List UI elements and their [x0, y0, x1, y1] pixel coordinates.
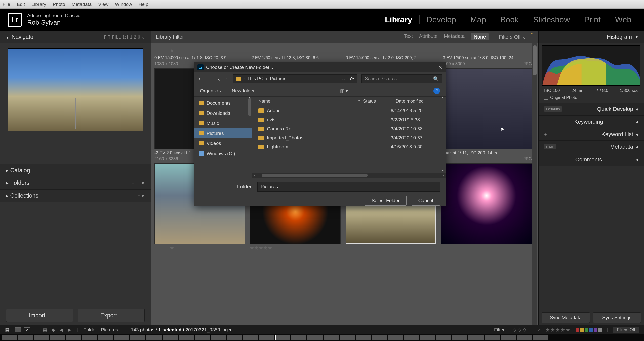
nav-back-icon[interactable]: ← — [198, 76, 203, 82]
grid-view-icon[interactable]: ▦ — [43, 327, 47, 333]
list-item[interactable]: Lightroom4/16/2018 9:30 — [252, 142, 446, 151]
module-develop[interactable]: Develop — [422, 15, 461, 24]
color-label-filter[interactable] — [576, 328, 602, 332]
module-print[interactable]: Print — [579, 15, 606, 24]
menu-photo[interactable]: Photo — [53, 2, 65, 7]
folder-icon — [258, 118, 264, 122]
filters-off-dropdown[interactable]: Filters Off ⌄ — [499, 34, 526, 40]
menu-view[interactable]: View — [98, 2, 108, 7]
list-hscrollbar[interactable]: ‹› — [252, 173, 446, 178]
exif-dropdown[interactable]: EXIF — [544, 144, 556, 149]
folders-panel[interactable]: ▸ Folders − +▾ — [0, 177, 151, 189]
filter-metadata[interactable]: Metadata — [444, 33, 465, 40]
nav-forward-icon[interactable]: → — [208, 76, 213, 82]
folders-add-icon[interactable]: − +▾ — [131, 180, 145, 186]
menu-file[interactable]: File — [3, 2, 10, 7]
dialog-title: Choose or Create New Folder... — [206, 65, 273, 70]
list-item[interactable]: Camera Roll3/4/2020 10:58 — [252, 124, 446, 133]
list-item[interactable]: avis6/2/2019 5:38 — [252, 115, 446, 124]
folder-icon — [258, 136, 264, 140]
tree-pictures[interactable]: Pictures — [194, 128, 252, 138]
keywording-panel[interactable]: Keywording◀ — [539, 115, 644, 128]
menu-library[interactable]: Library — [31, 2, 46, 7]
filter-text[interactable]: Text — [404, 33, 413, 40]
breadcrumb-folder[interactable]: Folder : Pictures — [84, 327, 118, 333]
menu-metadata[interactable]: Metadata — [72, 2, 92, 7]
module-library[interactable]: Library — [380, 15, 417, 24]
navigator-preview[interactable] — [8, 48, 143, 131]
secondary-display-icon[interactable]: ▦ — [5, 327, 10, 333]
thumbnail[interactable] — [441, 68, 532, 149]
list-item[interactable]: Imported_Photos3/4/2020 10:57 — [252, 133, 446, 142]
thumbnail-rating[interactable]: ★ — [170, 47, 532, 53]
organize-menu[interactable]: Organize — [200, 88, 222, 94]
histogram-header[interactable]: Histogram▼ — [539, 31, 644, 43]
defaults-dropdown[interactable]: Defaults — [544, 106, 562, 112]
rating-filter[interactable]: ≥ — [538, 327, 540, 333]
module-slideshow[interactable]: Slideshow — [528, 15, 575, 24]
help-icon[interactable]: ? — [433, 88, 440, 94]
filters-off-chip[interactable]: Filters Off — [613, 327, 639, 333]
histogram-display[interactable] — [542, 45, 640, 86]
address-bar[interactable]: › This PC› Pictures ⌄ ⟳ — [233, 74, 357, 83]
quick-develop-panel[interactable]: Defaults Quick Develop◀ — [539, 103, 644, 115]
lock-icon[interactable] — [530, 35, 533, 39]
window-2-button[interactable]: 2 — [24, 327, 30, 332]
thumbnail[interactable] — [441, 163, 532, 244]
search-icon[interactable]: 🔍 — [433, 76, 439, 82]
tree-music[interactable]: Music — [194, 118, 252, 128]
metadata-panel[interactable]: EXIFMetadata◀ — [539, 140, 644, 153]
collections-panel[interactable]: ▸ Collections +▾ — [0, 189, 151, 202]
menu-help[interactable]: Help — [139, 2, 148, 7]
navigator-header[interactable]: ▼Navigator FIT FILL 1:1 1:2.6 ⌄ — [0, 31, 151, 43]
navigator-zoom-levels[interactable]: FIT FILL 1:1 1:2.6 ⌄ — [104, 35, 145, 40]
menu-edit[interactable]: Edit — [17, 2, 25, 7]
nav-recent-icon[interactable]: ⌄ — [217, 76, 221, 82]
collections-add-icon[interactable]: +▾ — [138, 193, 145, 199]
filmstrip[interactable] — [0, 334, 644, 341]
import-button[interactable]: Import... — [6, 309, 73, 322]
folder-icon — [258, 108, 264, 113]
tree-scrollbar[interactable]: ⌃⌄ — [248, 97, 252, 178]
flag-filter-icons[interactable]: ◇ ◇ ◇ — [512, 327, 527, 333]
list-item[interactable]: Adobe6/14/2018 5:20 — [252, 106, 446, 115]
folder-name-input[interactable] — [257, 182, 440, 192]
keyword-list-panel[interactable]: +Keyword List◀ — [539, 128, 644, 140]
star-filter[interactable]: ★★★★★ — [545, 327, 571, 333]
search-input[interactable]: Search Pictures 🔍 — [361, 74, 442, 83]
view-options-icon[interactable]: ▥ ▾ — [340, 88, 348, 94]
prev-icon[interactable]: ◀ — [60, 327, 63, 333]
menu-window[interactable]: Window — [115, 2, 132, 7]
cancel-button[interactable]: Cancel — [412, 196, 440, 206]
module-web[interactable]: Web — [610, 15, 636, 24]
filter-attribute[interactable]: Attribute — [419, 33, 437, 40]
export-button[interactable]: Export... — [78, 309, 145, 322]
comments-panel[interactable]: Comments◀ — [539, 153, 644, 166]
sync-settings-button[interactable]: Sync Settings — [593, 312, 641, 323]
sort-direction-icon[interactable]: ◆ — [52, 327, 55, 333]
tree-documents[interactable]: Documents — [194, 98, 252, 108]
sync-metadata-button[interactable]: Sync Metadata — [542, 312, 590, 323]
module-book[interactable]: Book — [495, 15, 524, 24]
original-photo-checkbox[interactable]: Original Photo — [539, 94, 644, 103]
tree-downloads[interactable]: Downloads — [194, 108, 252, 118]
nav-up-icon[interactable]: ↑ — [226, 76, 228, 82]
folder-icon — [236, 77, 241, 81]
grid-scrollbar[interactable] — [532, 43, 537, 325]
window-1-button[interactable]: 1 — [15, 327, 21, 332]
thumbnail-rating[interactable]: ★★★★★ — [250, 245, 272, 251]
add-keyword-icon[interactable]: + — [544, 131, 547, 138]
close-icon[interactable]: ✕ — [438, 64, 442, 70]
module-map[interactable]: Map — [465, 15, 491, 24]
refresh-icon[interactable]: ⟳ — [350, 76, 354, 82]
thumbnail-rating[interactable]: ★ — [170, 245, 174, 251]
list-header[interactable]: Name ^ Status Date modified — [252, 97, 446, 106]
list-scrollbar[interactable]: ⌃⌄ — [440, 97, 445, 172]
tree-videos[interactable]: Videos — [194, 138, 252, 148]
filter-none[interactable]: None — [471, 33, 489, 40]
next-icon[interactable]: ▶ — [68, 327, 71, 333]
select-folder-button[interactable]: Select Folder — [365, 196, 407, 206]
new-folder-button[interactable]: New folder — [232, 88, 255, 94]
catalog-panel[interactable]: ▸ Catalog — [0, 164, 151, 177]
tree-windows-c[interactable]: Windows (C:) — [194, 148, 252, 159]
